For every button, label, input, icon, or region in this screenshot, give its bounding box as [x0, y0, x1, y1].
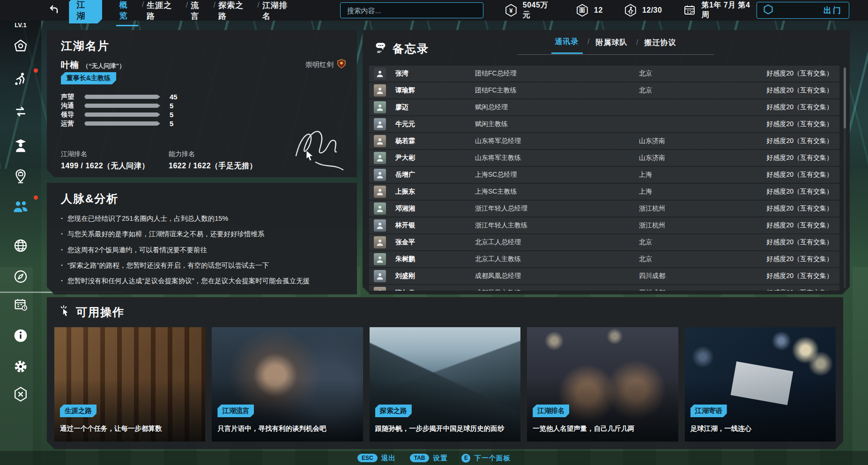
contact-row[interactable]: 班仁俊 成都凤凰主教练 四川成都 好感度20（互有交集） [369, 285, 839, 291]
memo-tab[interactable]: 搬迁协议 [641, 31, 680, 53]
keycap: E [461, 454, 470, 463]
favor-badge: 好感度20（互有交集） [692, 188, 833, 196]
action-card-badge: 江湖流言 [217, 405, 254, 417]
location-briefcase-icon [13, 169, 28, 185]
memo-tab[interactable]: 附属球队 [592, 31, 631, 53]
contact-row[interactable]: 张湾 团结FC总经理 北京 好感度20（互有交集） [369, 66, 839, 82]
top-bar: 江湖 概览生涯之路流言探索之路江湖排名 ¥ 5045万元 面 12 [0, 0, 868, 21]
attribute-bar-track [84, 104, 160, 108]
favor-badge: 好感度20（互有交集） [692, 238, 833, 247]
person-nickname: （“无人问津”） [82, 62, 125, 70]
contact-row[interactable]: 谭瑜辉 团结FC主教练 北京 好感度20（互有交集） [369, 82, 839, 98]
calendar-icon [683, 3, 697, 17]
memo-icon [375, 42, 387, 56]
contact-row[interactable]: 朱树鹏 北京工人主教练 北京 好感度20（互有交集） [369, 251, 839, 267]
attribute-bars: 声望 45 沟通 5 领导 5 [61, 94, 178, 127]
back-arrow-icon [48, 4, 59, 17]
top-tab[interactable]: 概览 [116, 0, 138, 26]
favor-badge: 好感度20（互有交集） [692, 171, 833, 179]
club-name: 崇明红剑 [305, 60, 334, 69]
back-button[interactable] [46, 2, 61, 18]
contact-row[interactable]: 牛元元 赋闲主教练 好感度20（互有交集） [369, 116, 839, 132]
memo-scrollbar-thumb[interactable] [844, 68, 846, 128]
contact-row[interactable]: 杨若霖 山东将军总经理 山东济南 好感度20（互有交集） [369, 133, 839, 149]
top-tab[interactable]: 流言 [188, 0, 210, 25]
game-screen: 江湖 概览生涯之路流言探索之路江湖排名 ¥ 5045万元 面 12 [0, 0, 868, 465]
memo-panel: 备忘录 通讯录附属球队搬迁协议 张湾 团结FC总经理 北京 好感度20（互有交集… [363, 30, 850, 294]
contact-row[interactable]: 林开银 浙江年轻人主教练 浙江杭州 好感度20（互有交集） [369, 218, 839, 233]
person-name: 叶楠 [61, 59, 79, 71]
contact-row[interactable]: 刘盛刚 成都凤凰总经理 四川成都 好感度20（互有交集） [369, 268, 839, 284]
top-tab[interactable]: 江湖排名 [260, 0, 298, 25]
sidebar-item-world[interactable] [0, 238, 41, 253]
sidebar-item-network[interactable] [0, 199, 41, 214]
analysis-bullet: 您现在已经结识了251名圈内人士，占到总人数的15% [61, 214, 346, 223]
exit-button[interactable]: 出门 [757, 2, 849, 19]
contact-row[interactable]: 岳增广 上海SC总经理 上海 好感度20（互有交集） [369, 167, 839, 183]
action-points-value: 12/30 [642, 6, 662, 15]
contact-avatar [374, 118, 386, 130]
hotkey-hint: E 下一个面板 [461, 454, 511, 463]
action-card-description: 足球江湖，一线连心 [690, 424, 831, 433]
favor-badge: 好感度20（互有交集） [692, 137, 833, 145]
sidebar-item-coaching[interactable] [0, 138, 41, 153]
sidebar-item-explore[interactable] [0, 269, 41, 284]
top-tab[interactable]: 探索之路 [215, 0, 254, 25]
section-chip-jianghu[interactable]: 江湖 [69, 0, 102, 23]
attribute-bar-track [84, 112, 160, 117]
top-tab-strip: 概览生涯之路流言探索之路江湖排名 [113, 0, 300, 21]
card-info-cell: 能力排名 1622 / 1622（手足无措） [169, 150, 262, 171]
club-crest-icon [337, 59, 346, 70]
favor-badge: 好感度20（互有交集） [692, 154, 833, 162]
sidebar-item-jobs[interactable] [0, 169, 41, 185]
football-player-icon [13, 71, 28, 86]
action-card[interactable]: 探索之路 跟随孙帆，一步步揭开中国足球历史的面纱 [370, 327, 520, 442]
top-tab[interactable]: 生涯之路 [144, 0, 182, 25]
money-icon: ¥ [504, 3, 518, 17]
contact-avatar [374, 287, 386, 291]
action-card[interactable]: 江湖排名 一览他人名望声量，自己几斤几两 [527, 327, 678, 442]
contact-avatar [374, 202, 386, 215]
info-icon [13, 328, 28, 343]
analysis-bullet: 您暂时没有和任何人达成“足议会提案协议”，您在足议大会提案时可能会孤立无援 [61, 276, 346, 285]
keycap: TAB [410, 454, 430, 462]
sidebar-item-transfers[interactable] [0, 104, 41, 119]
card-info-cell: 江湖排名 1499 / 1622（无人问津） [61, 150, 155, 171]
contact-avatar [374, 135, 386, 147]
face-icon: 面 [575, 3, 589, 17]
contact-row[interactable]: 廖迈 赋闲总经理 好感度20（互有交集） [369, 99, 839, 115]
attribute-row: 声望 45 [61, 94, 178, 100]
exit-hexagon-icon [764, 4, 773, 16]
network-analysis-panel: 人脉&分析 您现在已经结识了251名圈内人士，占到总人数的15%与您关系最好的是… [47, 183, 357, 294]
action-card[interactable]: 江湖寄语 足球江湖，一线连心 [685, 327, 836, 442]
action-card-description: 一览他人名望声量，自己几斤几两 [533, 424, 673, 433]
hotkey-hint: TAB 设置 [410, 454, 448, 463]
sidebar-item-squad[interactable] [0, 71, 41, 86]
action-points-icon [623, 3, 638, 17]
sidebar-item-info[interactable] [0, 328, 41, 343]
sidebar-item-schedule[interactable] [0, 297, 41, 312]
sidebar-item-settings[interactable] [0, 359, 41, 374]
contact-list: 张湾 团结FC总经理 北京 好感度20（互有交集） 谭瑜辉 团结FC主教练 北京… [369, 66, 839, 291]
memo-scrollbar[interactable] [844, 68, 846, 288]
contact-avatar [374, 152, 386, 164]
keycap: ESC [357, 454, 378, 462]
search-box[interactable] [340, 2, 483, 18]
contact-avatar [374, 253, 386, 265]
contact-row[interactable]: 上振东 上海SC主教练 上海 好感度20（互有交集） [369, 184, 839, 200]
memo-tab[interactable]: 通讯录 [551, 30, 583, 54]
contact-avatar [374, 270, 386, 282]
card-panel-title: 江湖名片 [61, 38, 110, 53]
person-name-row: 叶楠 （“无人问津”） [61, 59, 125, 71]
sidebar-item-home[interactable] [0, 38, 41, 53]
search-input[interactable] [346, 6, 477, 15]
attribute-bar-track [84, 95, 160, 99]
signature-scribble [288, 119, 349, 177]
contact-row[interactable]: 尹大彬 山东将军主教练 山东济南 好感度20（互有交集） [369, 150, 839, 166]
action-card[interactable]: 江湖流言 只言片语中，寻找有利的谈判机会吧 [212, 327, 363, 442]
sidebar-item-quit[interactable] [0, 386, 41, 402]
contact-row[interactable]: 邓湘湘 浙江年轻人总经理 浙江杭州 好感度20（互有交集） [369, 201, 839, 217]
people-network-icon [12, 199, 29, 214]
action-card[interactable]: 生涯之路 通过一个个任务，让每一步都算数 [54, 327, 205, 442]
contact-row[interactable]: 张金平 北京工人总经理 北京 好感度20（互有交集） [369, 234, 839, 250]
